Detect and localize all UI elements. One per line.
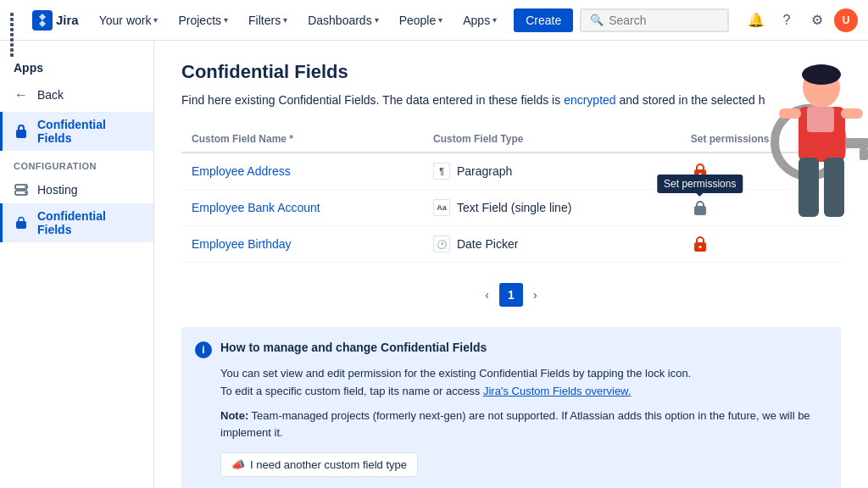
next-page-button[interactable]: › — [530, 285, 541, 305]
table-row: Employee Birthday 🕐 Date Picker — [181, 226, 841, 263]
lock-config-icon — [14, 215, 29, 230]
date-picker-icon: 🕐 — [433, 236, 450, 252]
svg-rect-20 — [694, 206, 706, 215]
confidential-fields-icon — [14, 124, 29, 139]
nav-apps[interactable]: Apps ▾ — [456, 10, 504, 30]
apps-grid-icon[interactable] — [10, 13, 25, 28]
create-button[interactable]: Create — [514, 8, 573, 32]
col-permissions: Set permissions — [681, 126, 841, 152]
paragraph-icon: ¶ — [433, 163, 450, 180]
field-link-birthday[interactable]: Employee Birthday — [192, 237, 292, 251]
field-type-birthday: 🕐 Date Picker — [433, 236, 670, 252]
nav-icons: 🔔 ? ⚙ U — [743, 7, 858, 34]
chevron-down-icon: ▾ — [283, 15, 287, 25]
main-layout: Apps ← Back Confidential Fields CONFIGUR… — [0, 41, 868, 488]
svg-rect-9 — [860, 148, 868, 160]
permission-cell-bank: Set permissions — [691, 198, 831, 217]
svg-rect-5 — [16, 221, 26, 229]
svg-point-22 — [698, 246, 701, 248]
search-icon: 🔍 — [590, 14, 604, 26]
page-title: Confidential Fields — [181, 61, 841, 83]
pagination: ‹ 1 › — [181, 283, 841, 307]
svg-rect-13 — [779, 108, 801, 119]
sidebar-item-back[interactable]: ← Back — [0, 81, 153, 108]
info-box-header: i How to manage and change Confidential … — [195, 341, 827, 358]
sidebar-config-label: CONFIGURATION — [0, 151, 153, 176]
jira-logo-icon — [32, 10, 53, 30]
nav-projects[interactable]: Projects ▾ — [171, 10, 235, 30]
lock-button-birthday[interactable] — [691, 235, 709, 253]
svg-rect-14 — [841, 108, 863, 119]
info-box: i How to manage and change Confidential … — [181, 327, 841, 488]
svg-rect-0 — [16, 130, 26, 138]
megaphone-icon: 📣 — [231, 458, 245, 471]
sidebar-item-confidential-fields[interactable]: Confidential Fields — [0, 112, 153, 151]
field-type-bank: Aa Text Field (single line) — [433, 199, 670, 216]
field-type-address: ¶ Paragraph — [433, 163, 670, 180]
hosting-icon — [14, 182, 29, 197]
permission-cell-birthday — [691, 235, 831, 253]
jira-logo[interactable]: Jira — [32, 10, 79, 30]
chevron-down-icon: ▾ — [438, 15, 442, 25]
sidebar-confidential-fields-config-label: Confidential Fields — [37, 209, 140, 236]
custom-fields-link[interactable]: Jira's Custom Fields overview. — [483, 385, 631, 397]
nav-your-work[interactable]: Your work ▾ — [92, 10, 165, 30]
table-row: Employee Bank Account Aa Text Field (sin… — [181, 190, 841, 226]
info-box-title: How to manage and change Confidential Fi… — [220, 341, 487, 354]
info-box-body1: You can set view and edit permission for… — [220, 365, 827, 383]
sidebar-item-hosting[interactable]: Hosting — [0, 176, 153, 203]
main-content: Confidential Fields Find here existing C… — [154, 41, 868, 488]
search-bar[interactable]: 🔍 — [580, 8, 729, 32]
prev-page-button[interactable]: ‹ — [481, 285, 492, 305]
text-field-icon: Aa — [433, 199, 450, 216]
sidebar-item-confidential-fields-config[interactable]: Confidential Fields — [0, 203, 153, 242]
notifications-button[interactable]: 🔔 — [743, 7, 770, 34]
page-description: Find here existing Confidential Fields. … — [181, 92, 841, 109]
settings-button[interactable]: ⚙ — [804, 7, 831, 34]
field-link-bank[interactable]: Employee Bank Account — [192, 201, 320, 214]
feedback-label: I need another custom field type — [250, 458, 407, 471]
back-icon: ← — [14, 87, 29, 103]
sidebar-hosting-label: Hosting — [37, 183, 77, 197]
sidebar-back-label: Back — [37, 88, 64, 102]
jira-logo-text: Jira — [56, 13, 79, 27]
custom-fields-table: Custom Field Name * Custom Field Type Se… — [181, 126, 841, 263]
desc-text-start: Find here existing Confidential Fields. … — [181, 93, 564, 107]
sidebar: Apps ← Back Confidential Fields CONFIGUR… — [0, 41, 154, 488]
user-avatar[interactable]: U — [834, 8, 858, 32]
svg-point-3 — [25, 186, 26, 188]
lock-button-bank[interactable]: Set permissions — [691, 198, 709, 217]
col-field-type: Custom Field Type — [423, 126, 681, 152]
chevron-down-icon: ▾ — [224, 15, 228, 25]
feedback-button[interactable]: 📣 I need another custom field type — [220, 452, 418, 477]
field-link-address[interactable]: Employee Address — [192, 164, 291, 178]
page-1-button[interactable]: 1 — [499, 283, 523, 307]
sidebar-apps-label: Apps — [0, 54, 153, 81]
chevron-down-icon: ▾ — [375, 15, 379, 25]
svg-point-4 — [25, 192, 26, 194]
sidebar-confidential-fields-label: Confidential Fields — [37, 118, 140, 145]
set-permissions-tooltip: Set permissions — [657, 175, 743, 193]
encrypted-link[interactable]: encrypted — [564, 93, 615, 107]
help-button[interactable]: ? — [773, 7, 800, 34]
chevron-down-icon: ▾ — [492, 15, 497, 25]
nav-filters[interactable]: Filters ▾ — [242, 10, 294, 30]
info-icon: i — [195, 341, 212, 358]
info-box-body2: To edit a specific custom field, tap its… — [220, 383, 827, 401]
top-navigation: Jira Your work ▾ Projects ▾ Filters ▾ Da… — [0, 0, 868, 41]
search-input[interactable] — [609, 14, 710, 27]
desc-text-end: and stored in the selected h — [616, 93, 765, 107]
chevron-down-icon: ▾ — [153, 15, 158, 25]
info-box-note: Note: Team-managed projects (formerly ne… — [220, 408, 827, 443]
nav-people[interactable]: People ▾ — [392, 10, 450, 30]
col-field-name: Custom Field Name * — [181, 126, 423, 152]
nav-dashboards[interactable]: Dashboards ▾ — [301, 10, 386, 30]
